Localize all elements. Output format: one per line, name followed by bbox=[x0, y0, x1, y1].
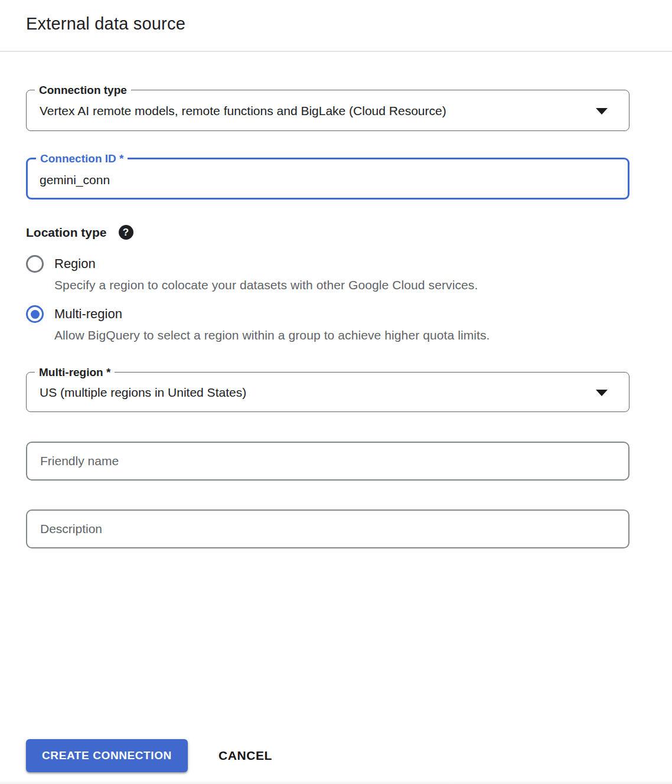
friendly-name-field[interactable] bbox=[26, 442, 629, 481]
connection-id-field[interactable]: Connection ID * bbox=[26, 158, 629, 200]
multi-region-radio-row[interactable]: Multi-region bbox=[26, 305, 490, 323]
bottom-edge-divider bbox=[0, 780, 672, 784]
multi-region-radio-label[interactable]: Multi-region bbox=[54, 306, 122, 322]
help-question-icon[interactable]: ? bbox=[119, 225, 133, 240]
radio-unselected-icon[interactable] bbox=[26, 255, 44, 273]
chevron-down-icon bbox=[596, 390, 608, 396]
page-title: External data source bbox=[26, 14, 185, 34]
connection-id-input[interactable] bbox=[40, 159, 616, 198]
multi-region-select[interactable]: Multi-region * US (multiple regions in U… bbox=[26, 372, 629, 412]
multi-region-description: Allow BigQuery to select a region within… bbox=[54, 328, 490, 342]
multi-region-select-value: US (multiple regions in United States) bbox=[40, 386, 588, 400]
region-radio-label[interactable]: Region bbox=[54, 256, 96, 272]
region-description: Specify a region to colocate your datase… bbox=[54, 278, 478, 292]
radio-selected-icon[interactable] bbox=[26, 305, 44, 323]
radio-dot bbox=[31, 310, 40, 319]
region-option: Region Specify a region to colocate your… bbox=[26, 255, 478, 292]
location-type-section: Location type ? bbox=[26, 225, 133, 240]
multi-region-option: Multi-region Allow BigQuery to select a … bbox=[26, 305, 490, 342]
description-input[interactable] bbox=[27, 511, 628, 547]
dialog-header: External data source bbox=[0, 0, 672, 52]
connection-type-select[interactable]: Connection type Vertex AI remote models,… bbox=[26, 90, 629, 131]
multi-region-select-label: Multi-region * bbox=[35, 365, 115, 380]
cancel-button[interactable]: CANCEL bbox=[216, 743, 275, 769]
friendly-name-input[interactable] bbox=[27, 443, 628, 479]
region-radio-row[interactable]: Region bbox=[26, 255, 478, 273]
create-connection-button[interactable]: CREATE CONNECTION bbox=[26, 739, 188, 772]
connection-type-value: Vertex AI remote models, remote function… bbox=[40, 104, 588, 118]
connection-type-label: Connection type bbox=[35, 83, 131, 97]
description-field[interactable] bbox=[26, 509, 629, 548]
chevron-down-icon bbox=[596, 108, 608, 115]
location-type-heading: Location type bbox=[26, 226, 107, 240]
dialog-footer: CREATE CONNECTION CANCEL bbox=[26, 739, 275, 772]
